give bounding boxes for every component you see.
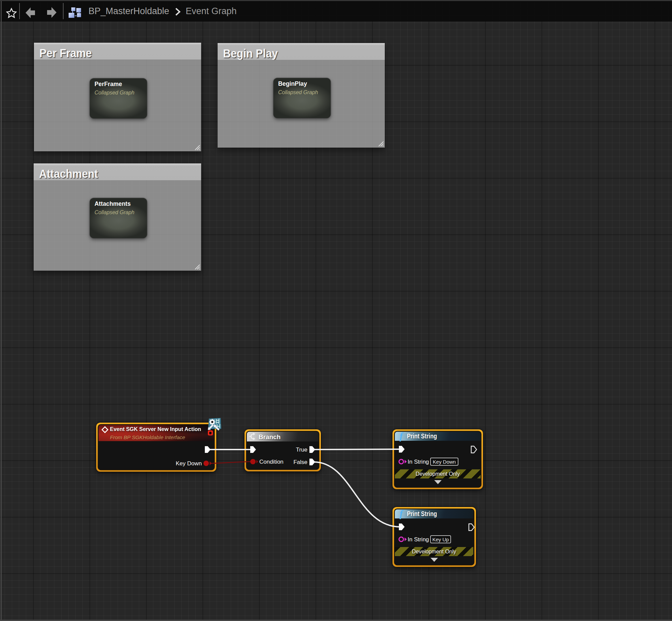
- svg-text:Key Down: Key Down: [176, 460, 202, 467]
